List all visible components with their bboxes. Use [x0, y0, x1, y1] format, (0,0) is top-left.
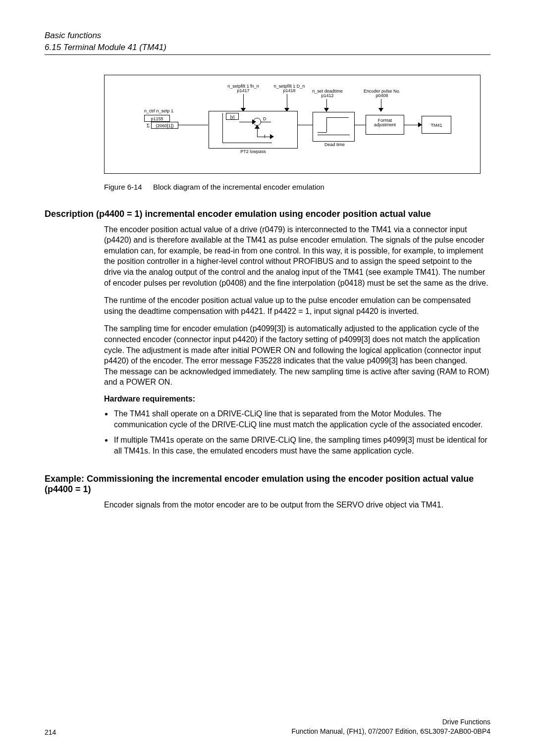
footer-docid: Function Manual, (FH1), 07/2007 Edition,…: [291, 727, 490, 736]
diagram-line: [326, 117, 349, 118]
page-number: 214: [45, 728, 56, 736]
arrow-icon: [255, 125, 260, 129]
sigma-icon: Σ: [145, 122, 151, 128]
arrow-icon: [252, 119, 256, 124]
hardware-requirements-heading: Hardware requirements:: [104, 395, 490, 403]
arrow-icon: [270, 134, 274, 139]
diagram-text: p1412: [303, 94, 352, 99]
section-heading-example: Example: Commissioning the incremental e…: [45, 474, 490, 495]
diagram-param-box: p1155: [144, 115, 170, 122]
page-footer: 214 Drive Functions Function Manual, (FH…: [45, 717, 490, 736]
diagram-connector: [243, 94, 244, 109]
diagram-text: |y|: [226, 113, 239, 120]
arrow-icon: [378, 108, 383, 112]
format-adjustment-box: Format adjustment: [366, 115, 404, 135]
footer-title: Drive Functions: [291, 717, 490, 727]
diagram-label: Encoder pulse No. p0408: [355, 89, 409, 99]
page-header: Basic functions 6.15 Terminal Module 41 …: [45, 30, 490, 55]
arrow-icon: [324, 108, 329, 112]
figure-caption: Figure 6-14 Block diagram of the increme…: [104, 183, 490, 191]
paragraph: The sampling time for encoder emulation …: [104, 323, 490, 366]
diagram-text: n_ctrl n_setp 1: [144, 109, 189, 114]
diagram-connector: [381, 99, 381, 109]
diagram-param-box: (2060[1]): [151, 122, 178, 129]
diagram-text: D: [263, 117, 267, 122]
diagram-text: Dead time: [319, 143, 351, 148]
diagram-connector: [178, 125, 208, 125]
diagram-connector: [298, 125, 313, 125]
diagram-line: [318, 132, 326, 133]
diagram-connector: [239, 122, 253, 122]
diagram-text: p0408: [355, 94, 409, 99]
diagram-line: [326, 117, 327, 132]
diagram-connector: [404, 125, 419, 125]
diagram-connector: [326, 99, 327, 109]
paragraph: Encoder signals from the motor encoder a…: [104, 500, 490, 510]
header-line-2: 6.15 Terminal Module 41 (TM41): [45, 42, 490, 53]
block-diagram: n_setpfilt 1 fn_n p1417 n_setpfilt 1 D_n…: [104, 75, 481, 174]
figure-caption-text: Block diagram of the incremental encoder…: [153, 183, 324, 191]
section-heading-description: Description (p4400 = 1) incremental enco…: [45, 209, 490, 219]
list-item: The TM41 shall operate on a DRIVE-CLiQ l…: [113, 408, 490, 430]
list-item: If multiple TM41s operate on the same DR…: [113, 435, 490, 456]
paragraph: The message can be acknowledged immediat…: [104, 366, 490, 388]
diagram-connector: [257, 137, 271, 137]
diagram-connector: [287, 94, 287, 109]
figure-number: Figure 6-14: [104, 183, 142, 191]
bullet-list: The TM41 shall operate on a DRIVE-CLiQ l…: [113, 408, 490, 456]
diagram-connector: [222, 113, 223, 143]
deadtime-box: [313, 112, 355, 142]
paragraph: The runtime of the encoder position actu…: [104, 295, 490, 316]
diagram-text: PT2 lowpass: [226, 150, 280, 154]
diagram-connector: [355, 125, 366, 125]
diagram-connector: [261, 122, 271, 122]
tm41-box: TM41: [422, 116, 451, 134]
diagram-label: n_set deadtime p1412: [303, 89, 352, 99]
header-line-1: Basic functions: [45, 30, 490, 42]
diagram-text: adjustment: [366, 123, 404, 128]
paragraph: The encoder position actual value of a d…: [104, 224, 490, 289]
diagram-connector: [222, 143, 272, 143]
diagram-line: [318, 135, 350, 135]
